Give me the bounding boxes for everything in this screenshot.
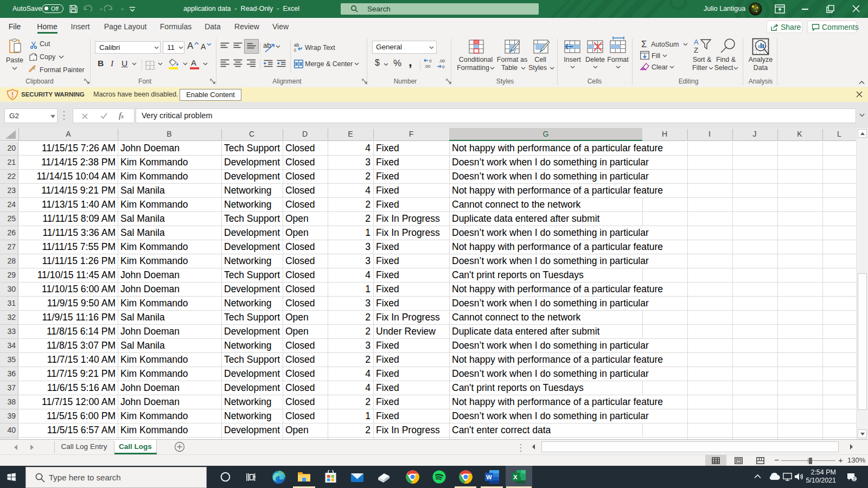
svg-text:2: 2 xyxy=(853,476,856,481)
svg-text:.00: .00 xyxy=(424,64,431,69)
svg-text:.00: .00 xyxy=(439,59,445,63)
svg-text:Z: Z xyxy=(694,46,698,54)
svg-text:X: X xyxy=(513,474,518,480)
svg-text:0: 0 xyxy=(429,59,432,63)
svg-text:A: A xyxy=(694,38,699,46)
svg-text:W: W xyxy=(486,474,492,480)
svg-text:c: c xyxy=(294,47,297,52)
svg-text:0: 0 xyxy=(442,65,445,69)
